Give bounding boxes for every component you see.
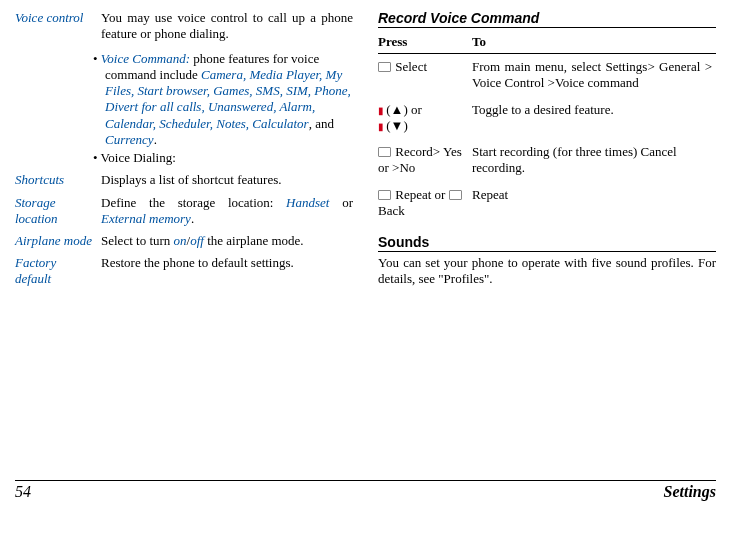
storage-or: or bbox=[329, 195, 353, 210]
airplane-desc: Select to turn on/off the airplane mode. bbox=[101, 233, 353, 249]
storage-tail: . bbox=[191, 211, 194, 226]
voice-command-bullet: Voice Command: phone features for voice … bbox=[93, 51, 353, 149]
storage-label: Storage location bbox=[15, 195, 101, 228]
to-select: From main menu, select Settings> General… bbox=[472, 54, 716, 97]
press-to-table: Press To Select From main menu, select S… bbox=[378, 31, 716, 224]
storage-handset: Handset bbox=[286, 195, 329, 210]
press-up: (▲) or bbox=[383, 102, 422, 117]
factory-desc: Restore the phone to default settings. bbox=[101, 255, 353, 287]
softkey-icon bbox=[449, 190, 462, 200]
shortcuts-label: Shortcuts bbox=[15, 172, 101, 188]
table-row: Repeat or Back Repeat bbox=[378, 182, 716, 225]
page-number: 54 bbox=[15, 483, 31, 501]
voice-dialing-bullet: Voice Dialing: bbox=[93, 150, 353, 166]
voice-command-lead: Voice Command: bbox=[101, 51, 190, 66]
shortcuts-desc: Displays a list of shortcut features. bbox=[101, 172, 353, 188]
footer: 54 Settings bbox=[15, 480, 716, 501]
storage-d1: Define the storage location: bbox=[101, 195, 286, 210]
press-select: Select bbox=[392, 59, 427, 74]
sounds-body: You can set your phone to operate with f… bbox=[378, 255, 716, 287]
softkey-icon bbox=[378, 62, 391, 72]
to-toggle: Toggle to a desired feature. bbox=[472, 97, 716, 140]
storage-desc: Define the storage location: Handset or … bbox=[101, 195, 353, 228]
voice-command-and: , and bbox=[309, 116, 334, 131]
airplane-d2: the airplane mode. bbox=[204, 233, 304, 248]
th-to: To bbox=[472, 31, 716, 54]
section-name: Settings bbox=[664, 483, 716, 501]
storage-external: External memory bbox=[101, 211, 191, 226]
softkey-icon bbox=[378, 190, 391, 200]
factory-label: Factory default bbox=[15, 255, 101, 287]
airplane-d1: Select to turn bbox=[101, 233, 174, 248]
table-row: Select From main menu, select Settings> … bbox=[378, 54, 716, 97]
to-record: Start recording (for three times) Cancel… bbox=[472, 139, 716, 182]
airplane-off: off bbox=[190, 233, 204, 248]
table-row: ▮ (▲) or ▮ (▼) Toggle to a desired featu… bbox=[378, 97, 716, 140]
airplane-label: Airplane mode bbox=[15, 233, 101, 249]
press-down: (▼) bbox=[383, 118, 408, 133]
press-back: Back bbox=[378, 203, 405, 218]
sounds-heading: Sounds bbox=[378, 234, 716, 252]
press-repeat: Repeat or bbox=[392, 187, 449, 202]
voice-command-last: Currency bbox=[105, 132, 154, 147]
voice-control-desc: You may use voice control to call up a p… bbox=[101, 10, 353, 43]
voice-command-tail: . bbox=[154, 132, 157, 147]
table-row: Record> Yes or >No Start recording (for … bbox=[378, 139, 716, 182]
th-press: Press bbox=[378, 31, 472, 54]
record-voice-command-heading: Record Voice Command bbox=[378, 10, 716, 28]
voice-control-label: Voice control bbox=[15, 10, 101, 45]
to-repeat: Repeat bbox=[472, 182, 716, 225]
airplane-on: on bbox=[174, 233, 187, 248]
softkey-icon bbox=[378, 147, 391, 157]
